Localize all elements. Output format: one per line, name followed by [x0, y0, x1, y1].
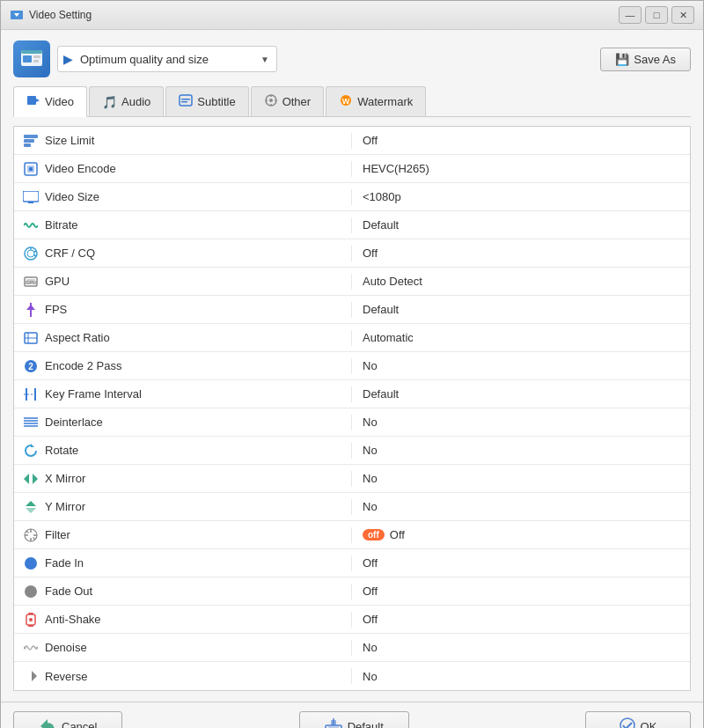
ymirror-text: Y Mirror: [45, 500, 85, 513]
table-row[interactable]: GPU GPU Auto Detect: [14, 268, 690, 296]
rotate-icon: [23, 443, 39, 459]
audio-tab-label: Audio: [121, 95, 150, 108]
cancel-label: Cancel: [62, 720, 97, 728]
filter-text: Filter: [45, 528, 70, 541]
gpu-label: GPU GPU: [14, 274, 352, 290]
svg-marker-51: [24, 474, 29, 484]
svg-marker-37: [26, 305, 35, 310]
svg-point-62: [25, 557, 37, 570]
fadeout-text: Fade Out: [45, 585, 92, 598]
svg-point-67: [29, 618, 33, 621]
save-as-button[interactable]: 💾 Save As: [600, 48, 691, 71]
fadeout-label: Fade Out: [14, 584, 352, 599]
tab-watermark[interactable]: W Watermark: [326, 86, 426, 116]
table-row[interactable]: FPS Default: [14, 296, 690, 324]
table-row[interactable]: Denoise No: [14, 634, 690, 662]
tab-subtitle[interactable]: Subtitle: [165, 86, 248, 116]
ok-button[interactable]: OK: [585, 711, 691, 728]
table-row[interactable]: Video Encode HEVC(H265): [14, 155, 690, 183]
table-row[interactable]: Fade In Off: [14, 549, 690, 577]
subtitle-tab-icon: [179, 93, 193, 110]
denoise-label: Denoise: [14, 640, 352, 656]
tab-video[interactable]: Video: [13, 86, 87, 117]
antishake-value: Off: [352, 613, 690, 626]
size-limit-icon: [23, 133, 39, 149]
table-row[interactable]: Reverse No: [14, 662, 690, 690]
xmirror-label: X Mirror: [14, 471, 352, 487]
deinterlace-icon: [23, 415, 39, 430]
svg-line-60: [26, 531, 29, 533]
settings-table: Size Limit Off Video Encode HEVC(H265): [13, 126, 691, 691]
svg-rect-22: [24, 143, 31, 147]
minimize-button[interactable]: —: [619, 6, 642, 24]
table-row[interactable]: Bitrate Default: [14, 211, 690, 239]
deinterlace-label: Deinterlace: [14, 415, 352, 430]
tab-audio[interactable]: 🎵 Audio: [89, 86, 164, 116]
xmirror-value: No: [352, 472, 690, 485]
preset-dropdown[interactable]: ▶ Optimum quality and size ▼: [57, 46, 277, 72]
fps-icon: [23, 302, 39, 318]
table-row[interactable]: Size Limit Off: [14, 127, 690, 155]
fadeout-icon: [23, 584, 39, 599]
close-button[interactable]: ✕: [671, 6, 694, 24]
svg-text:W: W: [342, 97, 350, 106]
denoise-text: Denoise: [45, 641, 87, 654]
maximize-button[interactable]: □: [645, 6, 668, 24]
app-logo-icon: [19, 47, 44, 71]
gpu-text: GPU: [45, 275, 70, 288]
table-row[interactable]: 2 Encode 2 Pass No: [14, 352, 690, 380]
video-size-text: Video Size: [45, 190, 99, 203]
svg-rect-3: [21, 50, 42, 54]
table-row[interactable]: Filter off Off: [14, 521, 690, 549]
cancel-button[interactable]: Cancel: [13, 711, 122, 728]
table-row[interactable]: Aspect Ratio Automatic: [14, 324, 690, 352]
default-button[interactable]: Default: [299, 711, 409, 728]
size-limit-value: Off: [352, 134, 690, 147]
bitrate-label: Bitrate: [14, 217, 352, 233]
svg-marker-53: [26, 501, 36, 506]
bitrate-text: Bitrate: [45, 218, 78, 232]
ok-label: OK: [641, 720, 657, 728]
bitrate-value: Default: [352, 218, 690, 232]
keyframe-label: Key Frame Interval: [14, 386, 352, 402]
fadeout-value: Off: [352, 585, 690, 598]
svg-marker-52: [33, 474, 38, 484]
preset-left: ▶ Optimum quality and size ▼: [13, 40, 277, 77]
svg-rect-25: [29, 167, 33, 171]
audio-tab-icon: 🎵: [102, 95, 117, 109]
table-row[interactable]: Rotate No: [14, 437, 690, 465]
size-limit-text: Size Limit: [45, 134, 94, 147]
keyframe-icon: [23, 386, 39, 402]
gpu-value: Auto Detect: [352, 275, 690, 288]
antishake-icon: [23, 612, 39, 628]
aspect-ratio-text: Aspect Ratio: [45, 331, 110, 344]
video-size-value: <1080p: [352, 190, 690, 203]
window-icon: [10, 8, 24, 22]
table-row[interactable]: Video Size <1080p: [14, 183, 690, 211]
app-icon: [13, 40, 50, 77]
svg-rect-65: [28, 613, 33, 614]
table-row[interactable]: CRF / CQ Off: [14, 239, 690, 268]
table-row[interactable]: Deinterlace No: [14, 408, 690, 437]
tab-other[interactable]: Other: [251, 86, 325, 116]
table-row[interactable]: Y Mirror No: [14, 493, 690, 521]
save-as-label: Save As: [634, 53, 676, 66]
aspect-ratio-label: Aspect Ratio: [14, 330, 352, 346]
table-row[interactable]: X Mirror No: [14, 465, 690, 493]
table-row[interactable]: Key Frame Interval Default: [14, 380, 690, 408]
rotate-label: Rotate: [14, 443, 352, 459]
svg-rect-6: [33, 60, 39, 63]
svg-rect-9: [180, 95, 192, 106]
reverse-text: Reverse: [45, 670, 87, 683]
aspect-ratio-value: Automatic: [352, 331, 690, 344]
crf-cq-text: CRF / CQ: [45, 246, 95, 260]
table-row[interactable]: Anti-Shake Off: [14, 606, 690, 634]
svg-rect-4: [23, 55, 32, 63]
table-row[interactable]: Fade Out Off: [14, 577, 690, 606]
deinterlace-value: No: [352, 415, 690, 429]
encode2pass-text: Encode 2 Pass: [45, 359, 121, 372]
preset-dropdown-text: Optimum quality and size: [78, 53, 253, 66]
bitrate-icon: [23, 217, 39, 233]
reverse-label: Reverse: [14, 668, 352, 684]
deinterlace-text: Deinterlace: [45, 415, 103, 429]
